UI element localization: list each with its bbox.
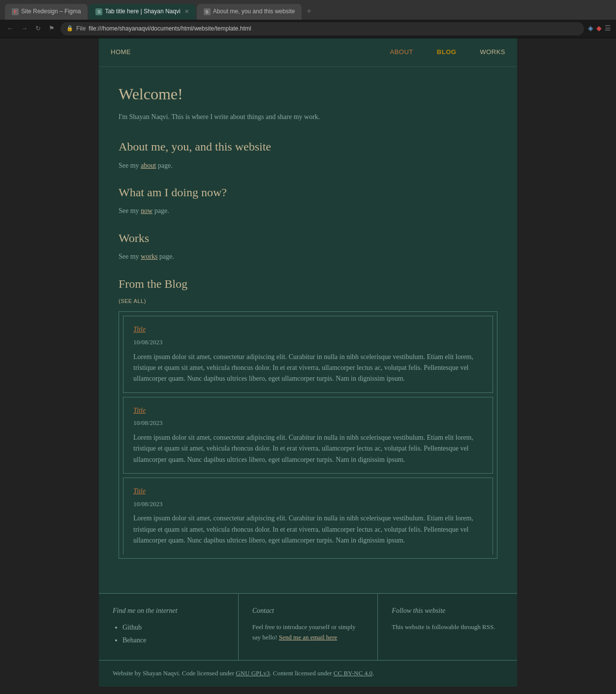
tab-active[interactable]: S Tab title here | Shayan Naqvi ✕ — [89, 4, 195, 19]
blog-posts-container: Title 10/08/2023 Lorem ipsum dolor sit a… — [119, 311, 497, 558]
footer-col-contact: Contact Feel free to introduce yourself … — [239, 594, 378, 660]
works-text-post: page. — [157, 253, 174, 260]
behance-link[interactable]: Behance — [123, 636, 146, 644]
extension-icon[interactable]: ◆ — [596, 23, 602, 34]
footer-text-pre: Website by Shayan Naqvi. Code licensed u… — [113, 669, 236, 677]
works-heading: Works — [119, 229, 497, 247]
tab-icon-active: S — [95, 8, 102, 15]
blog-post-title-1[interactable]: Title — [133, 324, 483, 335]
browser-toolbar-icons: ◈ ◆ ☰ — [588, 23, 611, 34]
tab-label-about: About me, you and this website — [213, 7, 295, 16]
forward-button[interactable]: → — [19, 23, 30, 35]
tab-label-active: Tab title here | Shayan Naqvi — [105, 7, 180, 16]
now-heading: What am I doing now? — [119, 183, 497, 202]
menu-icon[interactable]: ☰ — [605, 23, 611, 34]
footer-list-item-behance: Behance — [123, 635, 224, 646]
now-text-pre: See my — [119, 207, 141, 214]
lock-icon: 🔒 — [66, 24, 73, 33]
refresh-button[interactable]: ↻ — [33, 23, 43, 35]
footer-social-title: Find me on the internet — [113, 605, 224, 616]
blog-post-date-1: 10/08/2023 — [133, 337, 483, 348]
github-link[interactable]: Github — [123, 624, 142, 631]
hero-subtitle: I'm Shayan Naqvi. This is where I write … — [119, 112, 497, 122]
tab-label-figma: Site Redesign – Figma — [21, 7, 81, 16]
footer-contact-text: Feel free to introduce yourself or simpl… — [252, 622, 364, 643]
nav-blog[interactable]: BLOG — [425, 38, 468, 66]
blog-post-card-1: Title 10/08/2023 Lorem ipsum dolor sit a… — [123, 316, 493, 392]
blog-post-card-3: Title 10/08/2023 Lorem ipsum dolor sit a… — [123, 478, 493, 554]
site-nav: HOME ABOUT BLOG WORKS — [99, 38, 517, 67]
address-bar-container: 🔒 File file:///home/shayanaqvi/documents… — [61, 22, 584, 35]
works-text: See my works page. — [119, 251, 497, 262]
about-heading: About me, you, and this website — [119, 137, 497, 156]
footer-bottom-text: Website by Shayan Naqvi. Code licensed u… — [113, 668, 503, 679]
tab-icon-about: S — [204, 8, 211, 15]
blog-post-card-2: Title 10/08/2023 Lorem ipsum dolor sit a… — [123, 397, 493, 474]
blog-post-excerpt-3: Lorem ipsum dolor sit amet, consectetur … — [133, 513, 483, 546]
tab-icon-figma: F — [12, 8, 19, 15]
cc-link[interactable]: CC BY-NC 4.0 — [334, 669, 372, 677]
new-tab-button[interactable]: + — [303, 3, 315, 20]
blog-post-date-2: 10/08/2023 — [133, 418, 483, 428]
footer-bottom: Website by Shayan Naqvi. Code licensed u… — [99, 661, 517, 687]
tab-figma[interactable]: F Site Redesign – Figma — [5, 4, 88, 19]
works-text-pre: See my — [119, 253, 141, 260]
footer-list-item-github: Github — [123, 622, 224, 633]
footer-text-mid: . Content licensed under — [270, 669, 334, 677]
see-all-link[interactable]: (SEE ALL) — [119, 297, 497, 306]
tab-close-icon[interactable]: ✕ — [185, 7, 189, 16]
bookmark-button[interactable]: ⚑ — [47, 23, 57, 35]
email-link[interactable]: Send me an email here — [279, 634, 337, 641]
footer-col-social: Find me on the internet Github Behance — [99, 594, 239, 660]
blog-heading: From the Blog — [119, 274, 497, 293]
now-text-post: page. — [153, 207, 169, 214]
footer-col-rss: Follow this website This website is foll… — [378, 594, 517, 660]
gpl-link[interactable]: GNU GPLv3 — [236, 669, 270, 677]
nav-spacer — [143, 38, 378, 66]
footer-rss-title: Follow this website — [392, 605, 503, 616]
nav-home[interactable]: HOME — [99, 38, 143, 66]
footer-text-post: . — [372, 669, 374, 677]
footer-social-list: Github Behance — [113, 622, 224, 646]
blog-post-title-2[interactable]: Title — [133, 405, 483, 416]
blog-post-date-3: 10/08/2023 — [133, 499, 483, 510]
shield-icon: ◈ — [588, 23, 593, 34]
blog-post-excerpt-2: Lorem ipsum dolor sit amet, consectetur … — [133, 432, 483, 465]
about-text-post: page. — [156, 162, 172, 169]
address-text[interactable]: file:///home/shayanaqvi/documents/html/w… — [89, 24, 251, 33]
address-bar-row: ← → ↻ ⚑ 🔒 File file:///home/shayanaqvi/d… — [0, 20, 616, 38]
works-link[interactable]: works — [141, 253, 157, 260]
blog-post-excerpt-1: Lorem ipsum dolor sit amet, consectetur … — [133, 352, 483, 385]
about-text: See my about page. — [119, 160, 497, 171]
now-text: See my now page. — [119, 206, 497, 216]
site-footer: Find me on the internet Github Behance C… — [99, 593, 517, 687]
page-wrapper: HOME ABOUT BLOG WORKS Welcome! I'm Shaya… — [99, 38, 517, 687]
nav-about[interactable]: ABOUT — [378, 38, 425, 66]
footer-rss-text: This website is followable through RSS. — [392, 622, 503, 633]
main-content: Welcome! I'm Shayan Naqvi. This is where… — [99, 67, 517, 593]
tab-bar: F Site Redesign – Figma S Tab title here… — [0, 0, 616, 20]
blog-post-title-3[interactable]: Title — [133, 486, 483, 497]
footer-contact-title: Contact — [252, 605, 364, 616]
about-text-pre: See my — [119, 162, 141, 169]
tab-about[interactable]: S About me, you and this website — [197, 4, 302, 19]
about-link[interactable]: about — [141, 162, 156, 169]
browser-window: F Site Redesign – Figma S Tab title here… — [0, 0, 616, 694]
nav-works[interactable]: WORKS — [468, 38, 517, 66]
footer-columns: Find me on the internet Github Behance C… — [99, 594, 517, 661]
blog-section-header: From the Blog (SEE ALL) — [119, 274, 497, 306]
back-button[interactable]: ← — [5, 23, 15, 35]
file-label: File — [76, 24, 86, 33]
now-link[interactable]: now — [141, 207, 153, 214]
welcome-heading: Welcome! — [119, 82, 497, 107]
